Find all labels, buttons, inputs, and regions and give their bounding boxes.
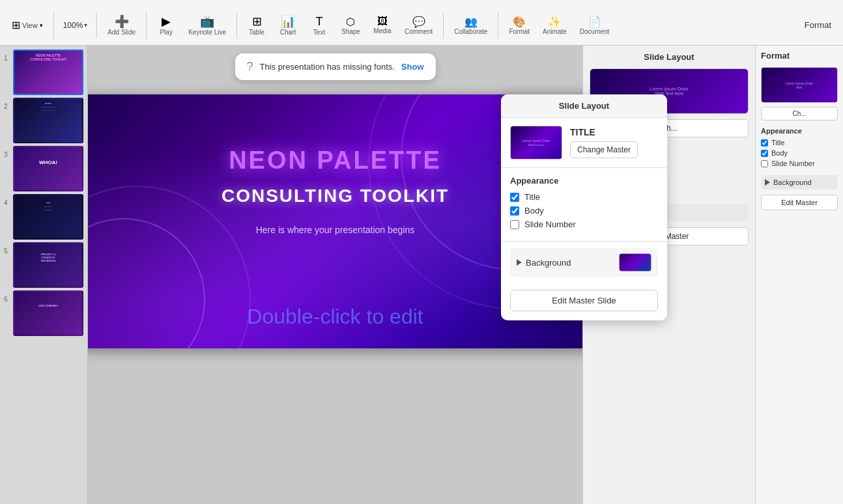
document-label: Document xyxy=(580,28,610,35)
view-button[interactable]: ⊞ View ▾ xyxy=(7,16,48,34)
sidebar-lorem-text: Lorem Ipsum Dolor xyxy=(650,87,689,91)
appearance-section: Appearance Title Body Slide Number xyxy=(501,168,667,241)
table-icon: ⊞ xyxy=(252,14,262,29)
format-toolbar-label: Format xyxy=(509,28,530,35)
format-background-section: Background xyxy=(761,175,838,189)
zoom-value[interactable]: 100% xyxy=(63,21,83,30)
master-title: TITLE xyxy=(570,127,638,137)
slide-number-checkbox[interactable] xyxy=(510,220,519,229)
format-background-row[interactable]: Background xyxy=(761,175,838,189)
background-row-left: Background xyxy=(517,258,571,268)
change-master-button[interactable]: Change Master xyxy=(570,141,638,158)
play-button[interactable]: ▶ Play xyxy=(152,12,180,38)
collaborate-button[interactable]: 👥 Collaborate xyxy=(449,13,493,38)
format-right-label: Format xyxy=(805,20,831,30)
body-checkbox[interactable] xyxy=(510,206,519,216)
notification-banner: ? This presentation has missing fonts. S… xyxy=(235,53,435,80)
body-checkbox-row: Body xyxy=(510,206,658,216)
slide-1-thumbnail[interactable]: NEON PALETTECONSULTING TOOLKIT xyxy=(13,49,83,95)
comment-icon: 💬 xyxy=(412,16,425,28)
animate-button[interactable]: ✨ Animate xyxy=(537,13,572,38)
keynote-live-label: Keynote Live xyxy=(188,29,226,36)
slide-3-number: 3 xyxy=(4,151,10,158)
chart-icon: 📊 xyxy=(281,14,295,29)
media-button[interactable]: 🖼 Media xyxy=(368,13,397,37)
format-lorem-sub: text xyxy=(786,85,814,89)
popup-header: Slide Layout xyxy=(501,94,667,118)
chart-button[interactable]: 📊 Chart xyxy=(274,12,302,38)
play-icon: ▶ xyxy=(162,14,171,29)
format-master-thumbnail: Lorem Ipsum Dolor text xyxy=(761,67,838,103)
media-label: Media xyxy=(373,27,391,35)
slide-5-wrapper: 5 PROJECT &STRATEGYDEFINITION xyxy=(4,242,83,288)
title-checkbox[interactable] xyxy=(510,193,519,202)
slide-edit-hint[interactable]: Double-click to edit xyxy=(247,305,423,329)
format-slide-number-checkbox[interactable] xyxy=(761,160,768,167)
shape-label: Shape xyxy=(341,28,360,35)
slide-5-thumb-text: PROJECT &STRATEGYDEFINITION xyxy=(14,250,82,265)
document-button[interactable]: 📄 Document xyxy=(575,13,615,38)
shape-button[interactable]: ⬡ Shape xyxy=(336,13,365,38)
format-background-label: Background xyxy=(773,178,812,186)
slide-number-checkbox-row: Slide Number xyxy=(510,219,658,229)
format-appearance-title: Appearance xyxy=(761,127,838,135)
format-toolbar-button[interactable]: 🎨 Format xyxy=(504,13,535,38)
slide-2-thumbnail[interactable]: ■ ■ ■──────────────── xyxy=(13,98,83,143)
play-label: Play xyxy=(160,29,172,36)
toolbar: ⊞ View ▾ 100% ▾ ➕ Add Slide ▶ Play 📺 Key… xyxy=(0,0,843,46)
format-lorem-text: Lorem Ipsum Dolor xyxy=(786,81,814,85)
format-title-checkbox[interactable] xyxy=(761,139,768,147)
slide-main-subtitle: CONSULTING TOOLKIT xyxy=(221,186,449,206)
slide-3-wrapper: 3 WHOA! xyxy=(4,146,83,191)
popup-master-section: Lorem Ipsum DolorSlide text here TITLE C… xyxy=(501,118,667,167)
format-toolbar-icon: 🎨 xyxy=(513,16,526,28)
slide-layout-popup: Slide Layout Lorem Ipsum DolorSlide text… xyxy=(501,94,667,320)
background-color-swatch[interactable] xyxy=(619,253,651,272)
divider-2 xyxy=(96,12,97,38)
divider-4 xyxy=(236,12,237,38)
divider-3 xyxy=(146,12,147,38)
notification-icon: ? xyxy=(246,60,253,74)
format-body-checkbox[interactable] xyxy=(761,150,768,157)
slide-5-thumbnail[interactable]: PROJECT &STRATEGYDEFINITION xyxy=(13,242,83,288)
view-icon: ⊞ xyxy=(12,19,20,31)
title-checkbox-label: Title xyxy=(524,192,540,202)
slide-3-thumb-text: WHOA! xyxy=(14,157,82,168)
format-body-checkbox-row: Body xyxy=(761,149,838,157)
comment-label: Comment xyxy=(405,28,433,35)
animate-label: Animate xyxy=(543,28,567,35)
notification-show-button[interactable]: Show xyxy=(401,62,424,72)
keynote-live-button[interactable]: 📺 Keynote Live xyxy=(183,12,231,38)
divider-1 xyxy=(53,12,54,38)
format-edit-master-button[interactable]: Edit Master xyxy=(761,195,838,210)
text-button[interactable]: T Text xyxy=(305,12,334,38)
format-panel-header: Format xyxy=(761,51,838,61)
format-right-group[interactable]: Format xyxy=(805,20,831,30)
add-slide-label: Add Slide xyxy=(107,29,136,36)
add-slide-button[interactable]: ➕ Add Slide xyxy=(102,12,141,38)
zoom-control[interactable]: 100% ▾ xyxy=(59,18,92,33)
slide-3-thumbnail[interactable]: WHOA! xyxy=(13,146,83,191)
slide-6-thumbnail[interactable]: OUR COMPANY xyxy=(13,290,83,336)
format-change-label: Ch... xyxy=(792,110,806,117)
shape-icon: ⬡ xyxy=(346,16,355,28)
text-label: Text xyxy=(313,29,325,36)
format-panel: Format Lorem Ipsum Dolor text Ch... Appe… xyxy=(755,46,843,504)
background-row[interactable]: Background xyxy=(510,248,658,277)
slide-2-thumb-text: ■ ■ ■──────────────── xyxy=(14,99,82,115)
slide-2-wrapper: 2 ■ ■ ■──────────────── xyxy=(4,98,83,143)
format-slide-number-label: Slide Number xyxy=(771,160,815,167)
slide-1-number: 1 xyxy=(4,55,10,62)
table-button[interactable]: ⊞ Table xyxy=(242,12,271,38)
comment-button[interactable]: 💬 Comment xyxy=(399,13,438,38)
format-change-master-button[interactable]: Ch... xyxy=(761,107,838,120)
notification-message: This presentation has missing fonts. xyxy=(259,62,394,72)
edit-master-button[interactable]: Edit Master Slide xyxy=(510,290,658,311)
slide-number-checkbox-label: Slide Number xyxy=(524,219,576,229)
slide-1-wrapper: 1 NEON PALETTECONSULTING TOOLKIT xyxy=(4,49,83,95)
slide-4-thumbnail[interactable]: ━━━──────── xyxy=(13,194,83,240)
media-icon: 🖼 xyxy=(377,16,388,27)
background-expand-icon xyxy=(517,259,522,266)
format-title-checkbox-row: Title xyxy=(761,139,838,147)
edit-master-row: Edit Master Slide xyxy=(501,283,667,320)
